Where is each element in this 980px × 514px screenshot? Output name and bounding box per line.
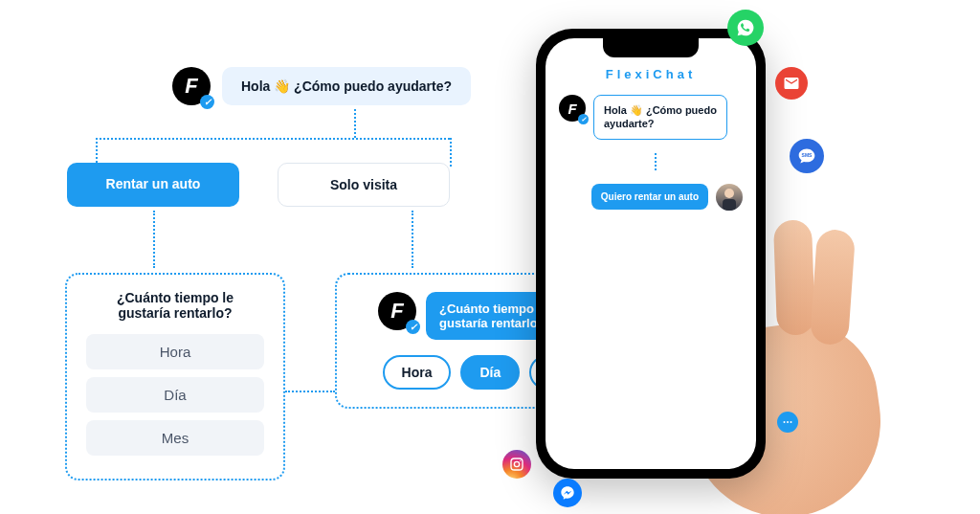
connector — [450, 138, 452, 167]
gmail-icon — [775, 67, 808, 100]
option-day[interactable]: Día — [86, 377, 264, 413]
svg-point-7 — [514, 461, 519, 466]
connector — [96, 138, 98, 167]
phone-screen: FlexiChat F ✓ Hola 👋 ¿Cómo puedo ayudart… — [546, 38, 756, 469]
pill-hour[interactable]: Hora — [383, 355, 452, 390]
chat-row-bot: F ✓ Hola 👋 ¿Cómo puedo ayudarte? — [559, 95, 743, 140]
svg-point-4 — [787, 421, 789, 423]
bot-avatar-letter: F — [568, 101, 576, 117]
verified-badge-icon: ✓ — [578, 114, 589, 124]
connector — [412, 211, 413, 268]
phone-mockup: FlexiChat F ✓ Hola 👋 ¿Cómo puedo ayudart… — [536, 29, 766, 479]
more-icon — [777, 412, 798, 433]
svg-rect-6 — [511, 458, 523, 470]
bot-avatar-letter: F — [390, 299, 403, 324]
svg-text:SMS: SMS — [802, 152, 813, 158]
greeting-bubble: Hola 👋 ¿Cómo puedo ayudarte? — [222, 67, 471, 105]
option-visit[interactable]: Solo visita — [278, 163, 450, 207]
bot-avatar-letter: F — [185, 74, 197, 99]
svg-rect-1 — [723, 199, 736, 211]
sms-icon: SMS — [790, 139, 824, 173]
chat-thread: F ✓ Hola 👋 ¿Cómo puedo ayudarte? Quiero … — [546, 95, 756, 211]
duration-question: ¿Cuánto tiempo le gustaría rentarlo? — [82, 290, 268, 321]
duration-panel-options: ¿Cuánto tiempo le gustaría rentarlo? Hor… — [65, 273, 285, 480]
user-avatar — [716, 184, 743, 211]
verified-badge-icon: ✓ — [406, 320, 420, 334]
connector — [153, 211, 155, 268]
connector — [354, 109, 356, 138]
svg-point-5 — [791, 421, 792, 423]
verified-badge-icon: ✓ — [200, 95, 214, 109]
instagram-icon — [502, 450, 531, 479]
user-message: Quiero rentar un auto — [591, 184, 708, 210]
svg-point-3 — [784, 421, 786, 423]
option-hour[interactable]: Hora — [86, 334, 264, 369]
pill-day[interactable]: Día — [460, 355, 520, 390]
connector — [96, 138, 450, 140]
connector — [285, 391, 335, 392]
bot-avatar: F ✓ — [378, 292, 416, 330]
bot-avatar: F ✓ — [559, 95, 586, 122]
option-month[interactable]: Mes — [86, 420, 264, 456]
phone-notch — [603, 38, 699, 57]
option-rent[interactable]: Rentar un auto — [67, 163, 239, 207]
bot-avatar: F ✓ — [172, 67, 211, 105]
chat-row-user: Quiero rentar un auto — [559, 184, 743, 211]
whatsapp-icon — [727, 10, 764, 46]
svg-point-0 — [724, 189, 734, 198]
messenger-icon — [553, 479, 582, 507]
svg-point-8 — [520, 460, 521, 461]
flow-diagram: F ✓ Hola 👋 ¿Cómo puedo ayudarte? Rentar … — [124, 67, 546, 207]
connector — [655, 153, 743, 170]
bot-message: Hola 👋 ¿Cómo puedo ayudarte? — [593, 95, 727, 140]
